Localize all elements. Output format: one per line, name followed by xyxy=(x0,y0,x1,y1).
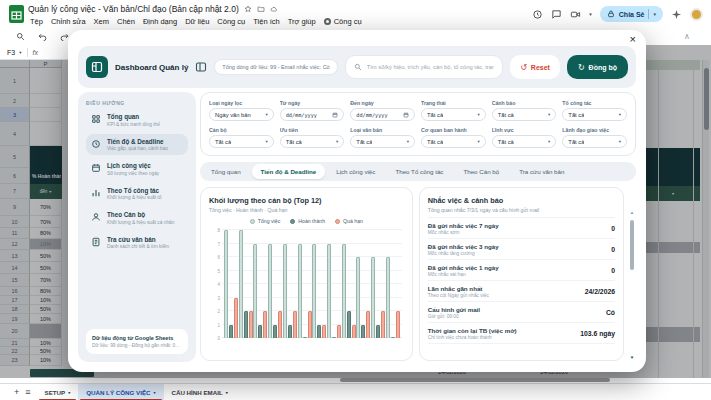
menu-item-2[interactable]: Xem xyxy=(90,15,113,28)
share-button[interactable]: Chia Sẻ ▾ xyxy=(600,6,663,22)
filter-dropdown[interactable]: Tất cả▾ xyxy=(350,135,415,148)
menu-item-1[interactable]: Chỉnh sửa xyxy=(47,15,90,28)
tab-4[interactable]: Theo Cán bộ xyxy=(454,164,508,179)
gemini-sparkle-icon[interactable] xyxy=(671,9,682,20)
filter-dropdown[interactable]: Tất cả▾ xyxy=(562,135,627,148)
filter-value: Tất cả xyxy=(498,112,514,118)
filters-card: Loại ngày lọcNgày văn bản▾Từ ngàydd/mm/y… xyxy=(200,92,636,156)
chart-bar-group-9 xyxy=(342,244,356,339)
alerts-title: Nhắc việc & cảnh báo xyxy=(428,196,615,205)
menubar: TệpChỉnh sửaXemChènĐịnh dạngDữ liệuCông … xyxy=(26,15,366,28)
toggle-sidebar-icon[interactable] xyxy=(195,61,207,73)
filter-dropdown[interactable]: Tất cả▾ xyxy=(280,135,345,148)
filter-row2-0: Cán bộTất cả▾ xyxy=(209,127,274,148)
meet-camera-icon[interactable] xyxy=(570,9,581,20)
tab-2[interactable]: Lịch công việc xyxy=(327,164,384,179)
bar-Quá hạn xyxy=(249,311,253,338)
legend-label: Quá hạn xyxy=(343,218,363,224)
filter-label: Loại văn bản xyxy=(350,127,415,133)
filter-dropdown[interactable]: Tất cả▾ xyxy=(492,135,557,148)
menu-item-4[interactable]: Định dạng xyxy=(139,15,181,28)
move-folder-icon[interactable] xyxy=(257,5,265,13)
sidebar-item-4[interactable]: Theo Cán bộKhối lượng & hiệu suất cá nhâ… xyxy=(86,207,188,229)
sheet-tab-2[interactable]: CẤU HÌNH EMAIL▾ xyxy=(164,384,236,400)
search-input[interactable] xyxy=(367,64,494,70)
sidebar-item-5[interactable]: Tra cứu văn bảnDanh sách chi tiết & tìm … xyxy=(86,232,188,254)
filter-dropdown[interactable]: Tất cả▾ xyxy=(421,108,486,121)
bar-chart: 012345678 xyxy=(222,230,402,338)
menu-item-5[interactable]: Dữ liệu xyxy=(181,15,213,28)
legend-item-2: Quá hạn xyxy=(335,218,363,224)
share-caret-icon[interactable]: ▾ xyxy=(653,11,656,17)
sheet-tab-caret-icon[interactable]: ▾ xyxy=(153,390,155,395)
sheets-logo-icon[interactable] xyxy=(9,5,24,23)
filter-dropdown[interactable]: Ngày văn bản▾ xyxy=(209,108,274,121)
sync-button[interactable]: ↻ Đồng bộ xyxy=(567,55,628,79)
comment-icon[interactable] xyxy=(551,9,562,20)
nav-text: Theo Tổ công tácKhối lượng & hiệu suất t… xyxy=(107,187,161,201)
menu-item-8[interactable]: Trợ giúp xyxy=(284,15,320,28)
sheet-tab-0[interactable]: SETUP▾ xyxy=(37,384,79,400)
sidebar-item-2[interactable]: Lịch công việcSố lượng việc theo ngày xyxy=(86,158,188,180)
doc-title[interactable]: Quản lý công việc - Văn bản/Chỉ đạo (Bản… xyxy=(28,4,239,14)
bar-Quá hạn xyxy=(293,311,297,338)
close-icon[interactable]: × xyxy=(630,33,636,45)
tab-5[interactable]: Tra cứu văn bản xyxy=(510,164,573,179)
search-icon[interactable] xyxy=(16,32,25,41)
stat-sublabel: Mốc nhắc sát hạn xyxy=(428,272,499,277)
menu-item-0[interactable]: Tệp xyxy=(26,15,47,28)
sheet-tab-label: CẤU HÌNH EMAIL xyxy=(172,389,223,396)
y-tick-label: 0 xyxy=(211,336,220,341)
all-sheets-icon[interactable]: ≡ xyxy=(25,388,30,397)
bar-Hoàn thành xyxy=(273,325,277,339)
menu-item-9[interactable]: Công cụ xyxy=(320,15,366,28)
menu-item-3[interactable]: Chèn xyxy=(113,15,139,28)
menu-item-7[interactable]: Tiện ích xyxy=(249,15,283,28)
tab-0[interactable]: Tổng quan xyxy=(202,164,250,179)
menu-item-6[interactable]: Công cụ xyxy=(213,15,249,28)
dashboard-sidebar: ĐIỀU HƯỚNG Tổng quanKPI & bức tranh tổng… xyxy=(78,92,196,362)
history-icon[interactable] xyxy=(532,9,543,20)
dialog-scrollbar[interactable]: ▲ ▼ xyxy=(628,210,636,360)
scroll-down-icon[interactable]: ▼ xyxy=(628,355,636,360)
stat-label: Đã gửi nhắc việc 3 ngày xyxy=(428,243,499,250)
filter-dropdown[interactable]: Tất cả▾ xyxy=(562,108,627,121)
sheet-tab-1[interactable]: QUẢN LÝ CÔNG VIỆC▾ xyxy=(78,384,163,400)
sidebar-item-1[interactable]: Tiến độ & DeadlineViệc gấp, quá hạn, cản… xyxy=(86,134,188,156)
meet-caret-icon[interactable]: ▾ xyxy=(589,11,592,17)
sidebar-item-0[interactable]: Tổng quanKPI & bức tranh tổng thể xyxy=(86,109,188,131)
reset-button[interactable]: ↺ Reset xyxy=(510,55,560,79)
tab-3[interactable]: Theo Tổ công tác xyxy=(386,164,452,179)
chart-bar-group-6 xyxy=(298,244,312,339)
scroll-up-icon[interactable]: ▲ xyxy=(628,210,636,215)
sheet-tab-caret-icon[interactable]: ▾ xyxy=(226,390,228,395)
filter-dropdown[interactable]: Tất cả▾ xyxy=(209,135,274,148)
star-icon[interactable] xyxy=(244,5,252,13)
stat-row-5: Thời gian còn lại TB (việc mở)Chỉ tính v… xyxy=(428,323,615,344)
filter-value: Tất cả xyxy=(568,112,584,118)
stat-text: Thời gian còn lại TB (việc mở)Chỉ tính v… xyxy=(428,327,517,340)
stat-label: Đã gửi nhắc việc 7 ngày xyxy=(428,222,499,229)
name-box[interactable]: F3 ▾ fx xyxy=(0,45,68,60)
tab-1[interactable]: Tiến độ & Deadline xyxy=(252,164,326,179)
filter-dropdown[interactable]: Tất cả▾ xyxy=(492,108,557,121)
add-sheet-icon[interactable]: + xyxy=(14,388,19,397)
collapse-toolbar-icon[interactable]: ∧ xyxy=(684,32,690,41)
horizontal-scrollbar[interactable] xyxy=(340,378,610,382)
namebox-caret-icon[interactable]: ▾ xyxy=(19,50,21,55)
filter-dropdown[interactable]: Tất cả▾ xyxy=(421,135,486,148)
filter-date-input[interactable]: dd/mm/yyyy xyxy=(350,108,415,121)
filter-value: Tất cả xyxy=(498,139,514,145)
dashboard-search[interactable] xyxy=(345,55,503,79)
y-tick-label: 2 xyxy=(211,309,220,314)
share-divider xyxy=(648,9,649,19)
undo-icon[interactable] xyxy=(38,32,47,41)
dashboard-header: Dashboard Quản lý Tổng dòng dữ liệu: 99 … xyxy=(78,46,636,88)
dialog-scrollbar-thumb[interactable] xyxy=(630,220,634,270)
dashboard-content: Loại ngày lọcNgày văn bản▾Từ ngàydd/mm/y… xyxy=(200,92,636,362)
cloud-status-icon[interactable] xyxy=(270,5,278,13)
sidebar-item-3[interactable]: Theo Tổ công tácKhối lượng & hiệu suất t… xyxy=(86,183,188,205)
filter-date-input[interactable]: dd/mm/yyyy xyxy=(280,108,345,121)
sheet-tab-caret-icon[interactable]: ▾ xyxy=(68,390,70,395)
avatar[interactable] xyxy=(690,8,703,21)
